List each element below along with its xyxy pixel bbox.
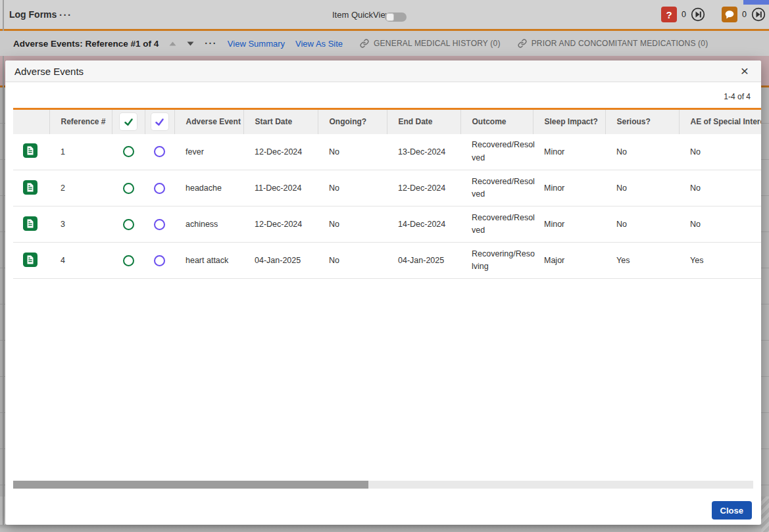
special-interest-cell: No bbox=[679, 170, 761, 206]
help-group: ? 0 bbox=[661, 0, 705, 29]
outcome-cell: Recovering/Reso lving bbox=[460, 243, 533, 279]
form-menu-button[interactable]: ··· bbox=[205, 38, 217, 49]
dialog-header: Adverse Events bbox=[5, 60, 761, 82]
outcome-column-header: Outcome bbox=[460, 109, 533, 134]
form-document-icon[interactable] bbox=[23, 216, 37, 231]
ongoing-cell: No bbox=[318, 134, 387, 170]
end-date-cell: 14-Dec-2024 bbox=[387, 206, 460, 243]
comments-group: 0 bbox=[722, 0, 766, 29]
app-screen: Log Forms ··· Item QuickView ? 0 0 bbox=[0, 0, 769, 532]
start-date-column-header: Start Date bbox=[243, 109, 318, 134]
table-row: 3 achiness 12-Dec-2024 No 14-Dec-2024 Re… bbox=[13, 206, 761, 243]
view-summary-link[interactable]: View Summary bbox=[228, 39, 285, 49]
table-row: 1 fever 12-Dec-2024 No 13-Dec-2024 Recov… bbox=[13, 134, 761, 170]
ongoing-cell: No bbox=[318, 243, 387, 279]
item-quickview-toggle[interactable] bbox=[385, 12, 407, 22]
form-icon-column-header bbox=[13, 109, 49, 134]
form-breadcrumb-bar: Adverse Events: Reference #1 of 4 ··· Vi… bbox=[0, 31, 769, 56]
horizontal-scrollbar-thumb[interactable] bbox=[13, 481, 368, 489]
form-document-icon[interactable] bbox=[23, 253, 37, 267]
sleep-impact-cell: Minor bbox=[533, 134, 605, 170]
page-title-menu-button[interactable]: ··· bbox=[59, 0, 72, 29]
outcome-cell: Recovered/Resol ved bbox=[460, 170, 533, 206]
special-interest-cell: No bbox=[679, 206, 761, 243]
purple-radio[interactable] bbox=[154, 183, 165, 194]
close-button[interactable]: Close bbox=[712, 501, 752, 520]
comment-skip-icon[interactable] bbox=[751, 7, 766, 22]
outcome-cell: Recovered/Resol ved bbox=[460, 206, 533, 243]
green-radio[interactable] bbox=[123, 183, 134, 194]
related-form-link-2[interactable]: PRIOR AND CONCOMITANT MEDICATIONS (0) bbox=[518, 39, 708, 48]
related-form-label: PRIOR AND CONCOMITANT MEDICATIONS (0) bbox=[532, 39, 708, 48]
green-radio-cell bbox=[112, 134, 145, 170]
reference-column-header: Reference # bbox=[49, 109, 112, 134]
green-check-icon[interactable] bbox=[120, 113, 137, 130]
link-icon bbox=[518, 39, 527, 48]
next-record-caret-icon[interactable] bbox=[187, 41, 194, 46]
end-date-column-header: End Date bbox=[387, 109, 460, 134]
start-date-cell: 12-Dec-2024 bbox=[243, 206, 318, 243]
green-radio[interactable] bbox=[123, 219, 134, 230]
adverse-event-cell: fever bbox=[174, 134, 243, 170]
view-as-site-link[interactable]: View As Site bbox=[295, 39, 343, 49]
form-document-icon[interactable] bbox=[23, 143, 37, 158]
purple-radio-cell bbox=[145, 170, 174, 206]
link-icon bbox=[360, 39, 369, 48]
start-date-cell: 04-Jan-2025 bbox=[243, 243, 318, 279]
purple-check-column-header bbox=[145, 109, 174, 134]
special-interest-cell: No bbox=[679, 134, 761, 170]
outcome-cell: Recovered/Resol ved bbox=[460, 134, 533, 170]
sleep-impact-column-header: Sleep Impact? bbox=[533, 109, 605, 134]
serious-cell: No bbox=[605, 170, 679, 206]
table-header-row: Reference # Adverse Event Star bbox=[13, 109, 761, 134]
serious-cell: No bbox=[605, 134, 679, 170]
purple-radio-cell bbox=[145, 134, 174, 170]
green-check-column-header bbox=[112, 109, 145, 134]
purple-check-icon[interactable] bbox=[151, 113, 168, 130]
form-breadcrumb-title: Adverse Events: Reference #1 of 4 bbox=[13, 39, 159, 49]
table-row: 4 heart attack 04-Jan-2025 No 04-Jan-202… bbox=[13, 243, 761, 279]
ongoing-column-header: Ongoing? bbox=[318, 109, 387, 134]
page-title: Log Forms bbox=[9, 0, 57, 29]
end-date-cell: 04-Jan-2025 bbox=[387, 243, 460, 279]
collapsed-panel-edge bbox=[3, 0, 4, 525]
comment-count: 0 bbox=[742, 10, 747, 19]
form-icon-cell bbox=[13, 243, 49, 279]
special-interest-cell: Yes bbox=[679, 243, 761, 279]
toggle-knob-icon bbox=[386, 13, 394, 21]
adverse-event-cell: headache bbox=[174, 170, 243, 206]
record-range-label: 1-4 of 4 bbox=[724, 92, 751, 101]
related-form-label: GENERAL MEDICAL HISTORY (0) bbox=[374, 39, 501, 48]
sleep-impact-cell: Minor bbox=[533, 206, 605, 243]
green-radio[interactable] bbox=[123, 255, 134, 266]
close-icon[interactable]: × bbox=[736, 62, 753, 80]
reference-cell: 4 bbox=[49, 243, 112, 279]
end-date-cell: 13-Dec-2024 bbox=[387, 134, 460, 170]
purple-radio[interactable] bbox=[154, 146, 165, 157]
help-skip-icon[interactable] bbox=[691, 7, 705, 22]
horizontal-scrollbar[interactable] bbox=[13, 481, 753, 489]
form-icon-cell bbox=[13, 134, 49, 170]
green-radio-cell bbox=[112, 243, 145, 279]
adverse-events-dialog: Adverse Events × 1-4 of 4 Reference # bbox=[5, 60, 761, 525]
comment-icon[interactable] bbox=[722, 7, 737, 22]
ongoing-cell: No bbox=[318, 206, 387, 243]
adverse-events-table: Reference # Adverse Event Star bbox=[13, 108, 761, 279]
purple-radio[interactable] bbox=[154, 255, 165, 266]
green-radio[interactable] bbox=[123, 146, 134, 157]
purple-radio-cell bbox=[145, 243, 174, 279]
purple-radio[interactable] bbox=[154, 219, 165, 230]
reference-cell: 2 bbox=[49, 170, 112, 206]
start-date-cell: 12-Dec-2024 bbox=[243, 134, 318, 170]
related-form-link-1[interactable]: GENERAL MEDICAL HISTORY (0) bbox=[360, 39, 501, 48]
green-radio-cell bbox=[112, 170, 145, 206]
form-icon-cell bbox=[13, 170, 49, 206]
previous-record-caret-icon[interactable] bbox=[169, 41, 176, 46]
adverse-events-table-container: Reference # Adverse Event Star bbox=[13, 108, 761, 279]
form-document-icon[interactable] bbox=[23, 180, 37, 195]
dialog-title: Adverse Events bbox=[14, 66, 84, 77]
help-icon[interactable]: ? bbox=[661, 7, 677, 22]
green-radio-cell bbox=[112, 206, 145, 243]
reference-cell: 1 bbox=[49, 134, 112, 170]
serious-cell: Yes bbox=[605, 243, 679, 279]
